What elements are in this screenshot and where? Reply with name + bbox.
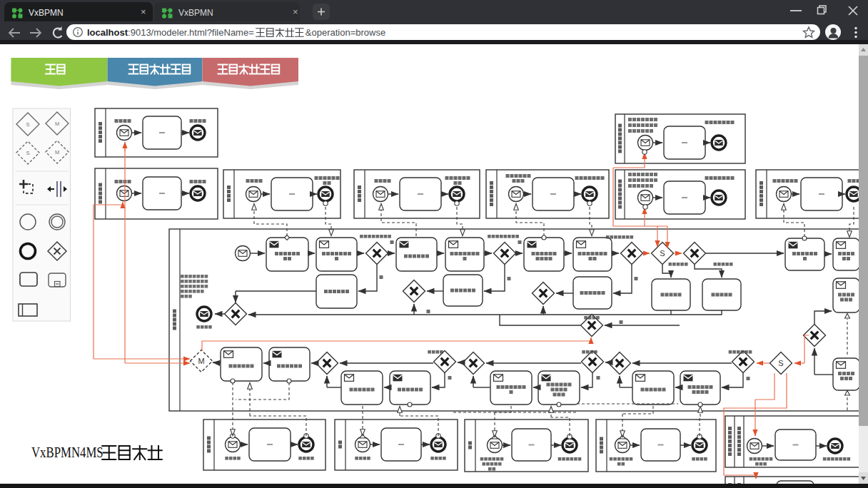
svg-text:S: S xyxy=(778,359,783,367)
svg-text:S: S xyxy=(660,249,665,258)
svg-text:M: M xyxy=(198,357,204,365)
